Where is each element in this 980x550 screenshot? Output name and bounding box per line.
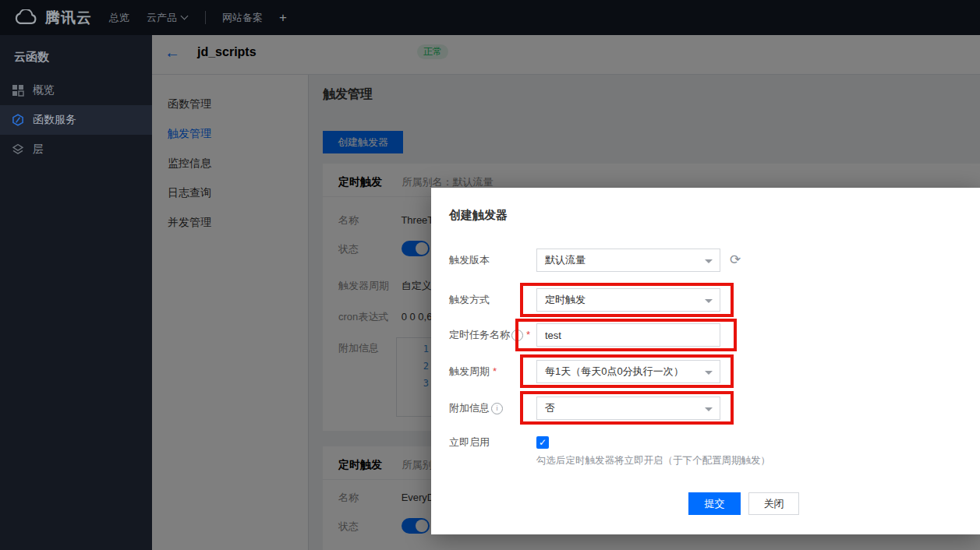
cloud-icon bbox=[12, 9, 38, 26]
type-label: 触发方式 bbox=[449, 288, 490, 312]
chevron-down-icon bbox=[705, 259, 713, 263]
tencent-cloud-logo[interactable]: 腾讯云 bbox=[12, 0, 92, 35]
chevron-down-icon bbox=[705, 299, 713, 303]
required-asterisk: * bbox=[526, 329, 530, 340]
sidebar-item-layers[interactable]: 层 bbox=[0, 135, 152, 164]
version-label: 触发版本 bbox=[449, 249, 490, 272]
nav-item-overview[interactable]: 总览 bbox=[109, 0, 129, 35]
sidebar-title: 云函数 bbox=[0, 35, 152, 76]
enable-checkbox[interactable]: ✓ bbox=[536, 436, 549, 449]
sidebar: 云函数 概览 函数服务 层 bbox=[0, 35, 152, 550]
trigger-type-select[interactable]: 定时触发 bbox=[536, 288, 720, 312]
task-name-input[interactable] bbox=[536, 323, 720, 347]
sidebar-item-overview[interactable]: 概览 bbox=[0, 76, 152, 105]
enable-label: 立即启用 bbox=[449, 431, 490, 454]
brand-name: 腾讯云 bbox=[45, 8, 92, 28]
submit-button[interactable]: 提交 bbox=[688, 492, 741, 515]
trigger-cycle-select[interactable]: 每1天（每天0点0分执行一次） bbox=[536, 360, 720, 383]
sidebar-item-label: 函数服务 bbox=[33, 113, 76, 127]
function-icon bbox=[12, 114, 24, 126]
info-icon: i bbox=[511, 330, 523, 341]
close-button[interactable]: 关闭 bbox=[748, 492, 799, 515]
layers-icon bbox=[12, 143, 24, 156]
check-icon: ✓ bbox=[539, 437, 547, 448]
extra-info-label: 附加信息i bbox=[449, 397, 503, 420]
cycle-label: 触发周期* bbox=[449, 360, 497, 383]
required-asterisk: * bbox=[493, 365, 497, 377]
chevron-down-icon bbox=[181, 12, 189, 20]
sidebar-item-label: 层 bbox=[33, 143, 44, 157]
nav-divider bbox=[205, 11, 206, 24]
sidebar-item-label: 概览 bbox=[33, 83, 55, 97]
nav-item-cloud-products[interactable]: 云产品 bbox=[147, 0, 187, 35]
version-select[interactable]: 默认流量 bbox=[536, 249, 720, 272]
extra-info-select[interactable]: 否 bbox=[536, 397, 720, 420]
top-navigation-bar: 腾讯云 总览 云产品 网站备案 + bbox=[0, 0, 980, 35]
chevron-down-icon bbox=[705, 371, 713, 375]
create-trigger-modal: 创建触发器 触发版本 默认流量 ⟳ 触发方式 定时触发 定时任务名称i* 触发周… bbox=[431, 188, 980, 534]
nav-add-button[interactable]: + bbox=[279, 0, 287, 35]
sidebar-item-function-service[interactable]: 函数服务 bbox=[0, 105, 152, 135]
enable-hint: 勾选后定时触发器将立即开启（于下个配置周期触发） bbox=[536, 454, 770, 467]
modal-title: 创建触发器 bbox=[449, 208, 508, 223]
nav-item-website-beian[interactable]: 网站备案 bbox=[222, 0, 263, 35]
grid-icon bbox=[12, 84, 24, 97]
info-icon: i bbox=[491, 403, 503, 414]
refresh-icon[interactable]: ⟳ bbox=[730, 252, 741, 268]
app-window: 腾讯云 总览 云产品 网站备案 + 云函数 概览 函数服务 bbox=[0, 0, 980, 550]
task-name-label: 定时任务名称i* bbox=[449, 323, 530, 347]
chevron-down-icon bbox=[705, 407, 713, 411]
